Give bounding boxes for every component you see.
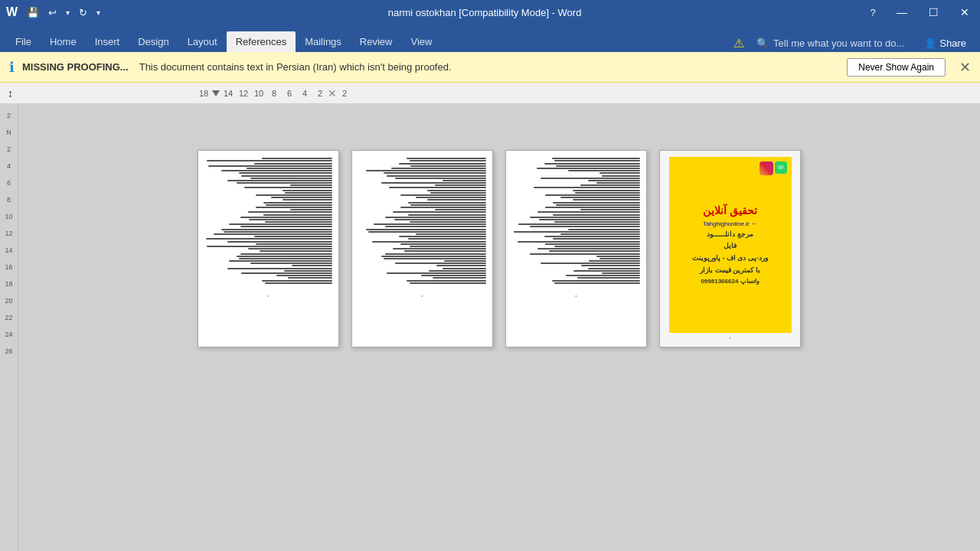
page-2-content: [352, 151, 492, 291]
sidebar-16: 16: [5, 259, 12, 276]
notification-message: This document contains text in Persian (…: [139, 61, 840, 73]
warning-icon: ⚠: [733, 36, 744, 51]
help-icon[interactable]: ?: [866, 5, 880, 19]
title-bar-controls: ? — ☐ ✕: [866, 5, 974, 20]
close-button[interactable]: ✕: [956, 5, 974, 20]
never-show-again-button[interactable]: Never Show Again: [847, 58, 946, 77]
page-4-footer: •: [729, 333, 731, 341]
ad-line1: مرجع دانلـــــود: [707, 230, 753, 240]
whatsapp-icon: W: [775, 161, 787, 174]
tab-layout[interactable]: Layout: [178, 31, 227, 52]
ruler: ↕ 18 14 12 10 8 6 4 2 ✕ 2: [0, 83, 980, 104]
sidebar-12: 12: [5, 225, 12, 242]
ad-title: تحقیق آنلاین: [703, 204, 757, 217]
ruler-cursor-icon[interactable]: ↕: [8, 87, 13, 99]
page-3-footer: •: [506, 291, 646, 299]
sidebar-22: 22: [5, 309, 12, 326]
tab-view[interactable]: View: [401, 31, 441, 52]
tab-mailings[interactable]: Mailings: [296, 31, 351, 52]
sidebar-14: 14: [5, 242, 12, 259]
undo-button[interactable]: ↩: [45, 5, 60, 20]
ribbon-right: ⚠ 🔍 Tell me what you want to do... 👤 Sha…: [733, 34, 974, 52]
ad-content: W تحقیق آنلاین Tahghighonline.ir ← مرجع …: [669, 157, 792, 333]
search-icon: 🔍: [756, 37, 769, 49]
ruler-x-button[interactable]: ✕: [328, 87, 337, 99]
page-3-content: [506, 151, 646, 291]
sidebar-20: 20: [5, 292, 12, 309]
ruler-num-2b: 2: [337, 89, 352, 98]
ad-line4: با کمترین قیمت بازار: [700, 266, 760, 276]
sidebar-24: 24: [5, 326, 12, 343]
ruler-num-12: 12: [236, 89, 251, 98]
ad-line2: فایل: [724, 242, 737, 251]
ruler-marker-down[interactable]: [212, 90, 220, 96]
sidebar-2: 2: [7, 141, 11, 158]
ad-line3: ورد-پی دی اف - پاورپوینت: [692, 254, 768, 263]
notification-title: MISSING PROOFING...: [22, 61, 129, 73]
redo-button[interactable]: ↻: [76, 5, 90, 20]
ruler-num-4: 4: [297, 89, 312, 98]
ad-url: Tahghighonline.ir ←: [703, 220, 757, 227]
quick-access-more[interactable]: ▾: [93, 7, 103, 18]
sidebar-10: 10: [5, 208, 12, 225]
minimize-button[interactable]: —: [892, 5, 912, 20]
save-button[interactable]: 💾: [24, 5, 42, 20]
ruler-num-2: 2: [312, 89, 328, 98]
maximize-button[interactable]: ☐: [924, 5, 943, 20]
page-1-content: [198, 151, 338, 291]
sidebar-26: 26: [5, 343, 12, 360]
tab-design[interactable]: Design: [129, 31, 178, 52]
vertical-ruler: 2 N 2 4 6 8 10 12 14 16 18 20 22 24 26: [0, 104, 18, 551]
page-1[interactable]: •: [198, 150, 339, 347]
notification-close-button[interactable]: ✕: [959, 59, 971, 76]
sidebar-8: 8: [7, 191, 11, 208]
tab-references[interactable]: References: [227, 31, 296, 52]
title-bar-left: W 💾 ↩ ▾ ↻ ▾: [6, 5, 103, 20]
quick-access-toolbar: 💾 ↩ ▾ ↻ ▾: [24, 5, 103, 20]
document-content[interactable]: • • • W: [18, 104, 980, 551]
share-icon: 👤: [924, 37, 936, 49]
share-button[interactable]: 👤 Share: [916, 34, 974, 52]
instagram-icon: [760, 161, 773, 175]
page-4-ad[interactable]: W تحقیق آنلاین Tahghighonline.ir ← مرجع …: [659, 150, 801, 347]
tab-review[interactable]: Review: [351, 31, 402, 52]
info-icon: ℹ: [9, 59, 15, 76]
tab-insert[interactable]: Insert: [86, 31, 129, 52]
page-2[interactable]: •: [351, 150, 493, 347]
sidebar-4: 4: [7, 158, 11, 174]
page-sidebar-numbers: 2 N 2 4 6 8 10 12 14 16 18 20 22 24 26: [5, 107, 12, 360]
sidebar-18: 18: [5, 276, 12, 292]
sidebar-n: N: [6, 124, 11, 141]
ruler-num-8: 8: [266, 89, 282, 98]
ruler-num-14: 14: [220, 89, 236, 98]
tab-home[interactable]: Home: [41, 31, 86, 52]
title-bar: W 💾 ↩ ▾ ↻ ▾ narmi ostokhan [Compatibilit…: [0, 0, 980, 24]
ruler-num-6: 6: [282, 89, 297, 98]
share-label: Share: [939, 37, 966, 49]
ruler-num-18: 18: [196, 89, 211, 98]
ruler-numbers: 18 14 12 10 8 6 4 2 ✕ 2: [196, 87, 352, 99]
pages-row: • • • W: [198, 150, 801, 536]
tell-me-text: Tell me what you want to do...: [773, 37, 904, 49]
ribbon-tabs: File Home Insert Design Layout Reference…: [0, 24, 980, 52]
ad-social-icons: W: [760, 161, 787, 175]
ad-phone: واتساپ 09981366624: [701, 278, 759, 285]
tell-me-field[interactable]: 🔍 Tell me what you want to do...: [750, 34, 910, 52]
sidebar-6: 6: [7, 174, 11, 191]
undo-dropdown[interactable]: ▾: [63, 7, 73, 18]
ruler-num-10: 10: [251, 89, 266, 98]
document-title: narmi ostokhan [Compatibility Mode] - Wo…: [103, 7, 866, 18]
tab-file[interactable]: File: [6, 31, 41, 52]
page-3[interactable]: •: [505, 150, 647, 347]
document-area: 2 N 2 4 6 8 10 12 14 16 18 20 22 24 26 •: [0, 104, 980, 551]
notification-bar: ℹ MISSING PROOFING... This document cont…: [0, 52, 980, 83]
page-1-footer: •: [198, 291, 338, 299]
page-2-footer: •: [352, 291, 492, 299]
sidebar-page-2: 2: [7, 107, 11, 124]
word-app-icon: W: [6, 5, 18, 19]
